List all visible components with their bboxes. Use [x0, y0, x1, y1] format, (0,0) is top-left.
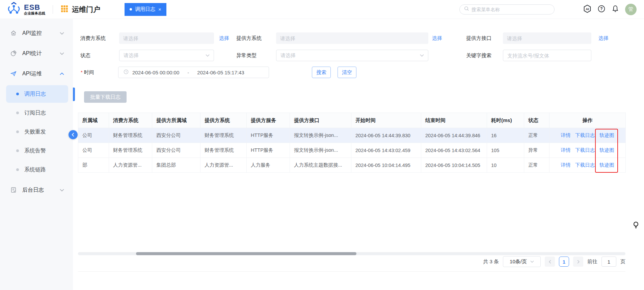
clear-button[interactable]: 清空 [338, 67, 356, 78]
provider-system-input[interactable] [276, 32, 428, 44]
bullet-dot-icon [16, 130, 19, 133]
sidebar-collapse-button[interactable] [69, 130, 78, 139]
detail-link[interactable]: 详情 [561, 147, 570, 153]
call-log-table: 所属域 消费方系统 提供方所属域 提供方系统 提供方服务 提供方接口 开始时间 … [78, 113, 626, 173]
chevron-down-icon [206, 54, 210, 57]
download-log-link[interactable]: 下载日志 [575, 162, 595, 168]
notification-bell-icon[interactable] [611, 5, 619, 14]
horizontal-scrollbar-track[interactable] [78, 252, 625, 255]
cell-provider-domain: 集团总部 [152, 158, 200, 173]
detail-link[interactable]: 详情 [561, 162, 570, 168]
app-window: ESB 企业服务总线 运维门户 调用日志 × [0, 0, 644, 290]
chevron-down-icon [60, 32, 64, 35]
cell-provider-interface: 人力系统主题数据接... [290, 158, 351, 173]
col-cost-ms: 耗时(ms) [487, 113, 524, 128]
goto-page-input[interactable] [601, 257, 616, 267]
provider-interface-choose-link[interactable]: 选择 [598, 32, 609, 44]
sidebar-subitem-system-alarm[interactable]: 系统告警 [6, 142, 68, 160]
cell-domain: 部 [78, 158, 109, 173]
svg-text:?: ? [600, 6, 602, 11]
cell-provider-domain: 西安分公司 [152, 128, 200, 143]
page-title: 运维门户 [72, 5, 100, 14]
trace-map-link[interactable]: 轨迹图 [599, 132, 614, 139]
col-actions: 操作 [549, 113, 626, 128]
sidebar-subitem-call-log[interactable]: 调用日志 [6, 85, 68, 103]
sidebar-item-label: API监控 [22, 30, 42, 37]
sidebar-item-api-monitor[interactable]: API监控 [0, 23, 73, 43]
cell-provider-service: HTTP服务 [247, 143, 290, 158]
status-select[interactable]: 请选择 [119, 50, 214, 61]
table-row[interactable]: 公司 财务管理系统 西安分公司 财务管理系统 HTTP服务 报文转换示例-jso… [78, 128, 626, 143]
consumer-system-choose-link[interactable]: 选择 [219, 32, 229, 44]
tab-close-icon[interactable]: × [158, 6, 161, 12]
document-check-icon [10, 187, 17, 193]
sidebar-subitem-subscribe-log[interactable]: 订阅日志 [6, 104, 68, 122]
clock-icon [123, 69, 129, 76]
consumer-system-input[interactable] [119, 32, 214, 44]
bullet-dot-icon [16, 149, 19, 152]
help-icon[interactable]: ? [597, 5, 606, 14]
tab-active-dot [130, 8, 132, 10]
sidebar-item-api-ops[interactable]: API运维 [0, 64, 73, 84]
cell-provider-system: 财务管理系统 [200, 128, 247, 143]
keyword-search-label: 关键字搜索 [466, 50, 491, 61]
detail-link[interactable]: 详情 [561, 132, 570, 139]
cell-provider-domain: 西安分公司 [152, 143, 200, 158]
home-icon [10, 30, 17, 37]
menu-search-input[interactable] [472, 7, 550, 12]
sidebar-item-label: 后台日志 [22, 187, 44, 194]
cell-end-time: 2024-06-05 14:43:02.564 [421, 143, 487, 158]
trace-map-link[interactable]: 轨迹图 [599, 162, 614, 168]
lightbulb-icon[interactable] [632, 221, 640, 231]
cell-cost-ms: 105 [487, 143, 524, 158]
col-provider-domain: 提供方所属域 [152, 113, 200, 128]
sidebar-subitem-label: 失败重发 [24, 128, 46, 136]
cell-start-time: 2024-06-05 10:04:14.495 [351, 158, 421, 173]
cell-consumer-system: 财务管理系统 [109, 143, 152, 158]
sidebar-subitem-fail-resend[interactable]: 失败重发 [6, 123, 68, 141]
col-provider-interface: 提供方接口 [290, 113, 351, 128]
keyword-search-input[interactable] [503, 50, 591, 61]
cell-start-time: 2024-06-05 14:43:02.459 [351, 143, 421, 158]
user-avatar[interactable]: 管 [625, 4, 637, 15]
main-content: 消费方系统 选择 提供方系统 选择 提供方接口 选择 状态 请选择 异常类型 请… [73, 19, 644, 290]
esb-logo-icon [7, 2, 21, 17]
sidebar-subitem-label: 系统告警 [24, 147, 46, 154]
table-row[interactable]: 部 人力资源管... 集团总部 人力资源管... 人力服务 人力系统主题数据接.… [78, 158, 626, 173]
batch-download-button[interactable]: 批量下载日志 [84, 91, 127, 103]
ai-assistant-icon[interactable]: AI [583, 4, 592, 15]
sidebar-item-backend-log[interactable]: 后台日志 [0, 180, 73, 200]
sidebar-subitem-system-link[interactable]: 系统链路 [6, 161, 68, 178]
time-range-picker[interactable]: 2024-06-05 00:00:00 - 2024-06-05 15:17:4… [118, 67, 269, 78]
exception-type-select[interactable]: 请选择 [276, 50, 428, 61]
search-button[interactable]: 搜索 [312, 67, 331, 78]
download-log-link[interactable]: 下载日志 [575, 132, 595, 139]
page-size-select[interactable]: 10条/页 [503, 256, 541, 267]
prev-page-button[interactable] [545, 257, 555, 267]
trace-map-link[interactable]: 轨迹图 [599, 147, 614, 153]
time-label: *时间 [81, 67, 94, 78]
next-page-button[interactable] [573, 257, 583, 267]
svg-text:AI: AI [586, 7, 589, 10]
tab-call-log[interactable]: 调用日志 × [125, 3, 166, 16]
menu-search-box[interactable] [459, 4, 555, 15]
cell-consumer-system: 人力资源管... [109, 158, 152, 173]
provider-interface-input[interactable] [503, 32, 591, 44]
horizontal-scrollbar-thumb[interactable] [136, 252, 356, 255]
grid-icon [60, 5, 69, 14]
exception-type-select-placeholder: 请选择 [280, 52, 296, 59]
provider-system-choose-link[interactable]: 选择 [432, 32, 442, 44]
download-log-link[interactable]: 下载日志 [575, 147, 595, 153]
sidebar: API监控 API统计 API运维 [0, 19, 73, 290]
sidebar-item-api-statistics[interactable]: API统计 [0, 43, 73, 64]
cell-provider-system: 财务管理系统 [200, 143, 247, 158]
required-asterisk: * [81, 69, 83, 75]
table-header-row: 所属域 消费方系统 提供方所属域 提供方系统 提供方服务 提供方接口 开始时间 … [78, 113, 626, 128]
bullet-dot-icon [16, 112, 19, 114]
table-row[interactable]: 公司 财务管理系统 西安分公司 财务管理系统 HTTP服务 报文转换示例-jso… [78, 143, 626, 158]
header-divider [53, 5, 53, 14]
active-menu-indicator [73, 88, 75, 101]
chevron-down-icon [60, 189, 64, 192]
current-page-button[interactable]: 1 [559, 257, 569, 267]
chevron-down-icon [420, 54, 424, 57]
